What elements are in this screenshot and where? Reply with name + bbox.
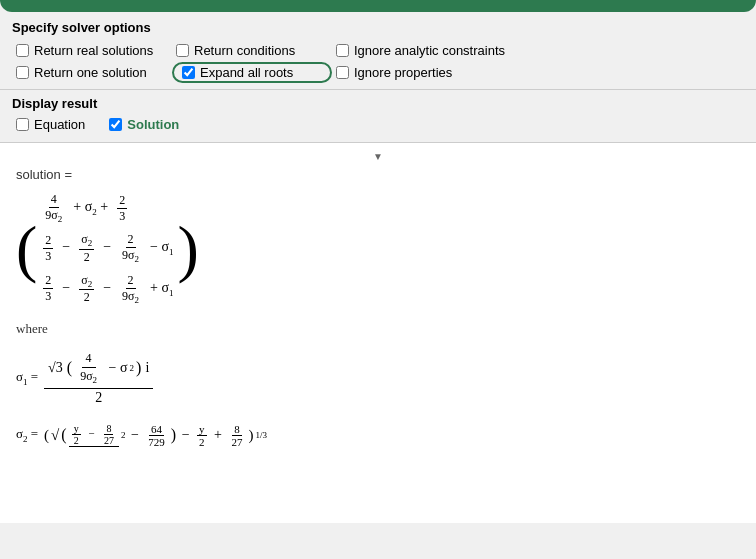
sigma2-label: σ2 = — [16, 426, 38, 444]
return-real-option[interactable]: Return real solutions — [12, 41, 172, 60]
equation-checkbox[interactable] — [16, 118, 29, 131]
ignore-properties-checkbox[interactable] — [336, 66, 349, 79]
expand-all-roots-checkbox[interactable] — [182, 66, 195, 79]
matrix-row-2: 23 − σ22 − 29σ2 − σ1 — [41, 232, 173, 264]
return-one-label: Return one solution — [34, 65, 147, 80]
collapse-arrow-icon[interactable]: ▼ — [373, 151, 383, 162]
return-one-checkbox[interactable] — [16, 66, 29, 79]
expand-all-roots-label: Expand all roots — [200, 65, 293, 80]
options-grid: Return real solutions Return conditions … — [12, 41, 744, 83]
solution-label-text: Solution — [127, 117, 179, 132]
return-conditions-label: Return conditions — [194, 43, 295, 58]
sigma1-def: σ1 = √3 ( 49σ2 − σ2 ) i 2 — [16, 349, 740, 406]
return-real-label: Return real solutions — [34, 43, 153, 58]
solution-checkbox[interactable] — [109, 118, 122, 131]
where-label: where — [16, 321, 740, 337]
sigma1-label: σ1 = — [16, 369, 38, 387]
return-one-option[interactable]: Return one solution — [12, 62, 172, 83]
matrix-row-3: 23 − σ22 − 29σ2 + σ1 — [41, 273, 173, 305]
matrix-row-1: 49σ2 + σ2 + 23 — [41, 192, 173, 224]
options-panel: Specify solver options Return real solut… — [0, 12, 756, 90]
ignore-analytic-option[interactable]: Ignore analytic constraints — [332, 41, 552, 60]
return-conditions-option[interactable]: Return conditions — [172, 41, 332, 60]
solution-matrix: ( 49σ2 + σ2 + 23 23 − σ22 − 29σ2 − σ — [16, 192, 740, 305]
display-options: Equation Solution — [12, 115, 744, 134]
ignore-analytic-checkbox[interactable] — [336, 44, 349, 57]
equation-label: Equation — [34, 117, 85, 132]
sigma2-def: σ2 = ( √ ( y2 − 827 2 — [16, 423, 740, 448]
ignore-analytic-label: Ignore analytic constraints — [354, 43, 505, 58]
sigma1-fraction: √3 ( 49σ2 − σ2 ) i 2 — [44, 349, 153, 406]
right-paren: ) — [178, 217, 199, 281]
ignore-properties-label: Ignore properties — [354, 65, 452, 80]
display-section: Display result Equation Solution — [0, 90, 756, 143]
display-title: Display result — [12, 96, 744, 111]
ignore-properties-option[interactable]: Ignore properties — [332, 62, 552, 83]
equation-option[interactable]: Equation — [12, 115, 89, 134]
options-title: Specify solver options — [12, 20, 744, 35]
return-real-checkbox[interactable] — [16, 44, 29, 57]
matrix-rows: 49σ2 + σ2 + 23 23 − σ22 − 29σ2 − σ1 — [41, 192, 173, 305]
return-conditions-checkbox[interactable] — [176, 44, 189, 57]
where-section: where σ1 = √3 ( 49σ2 − σ2 ) i — [16, 321, 740, 447]
expand-all-roots-option[interactable]: Expand all roots — [172, 62, 332, 83]
solution-area: ▼ solution = ( 49σ2 + σ2 + 23 23 − σ22 − — [0, 143, 756, 523]
solution-option[interactable]: Solution — [105, 115, 183, 134]
solution-label: solution = — [16, 167, 740, 182]
left-paren: ( — [16, 217, 37, 281]
